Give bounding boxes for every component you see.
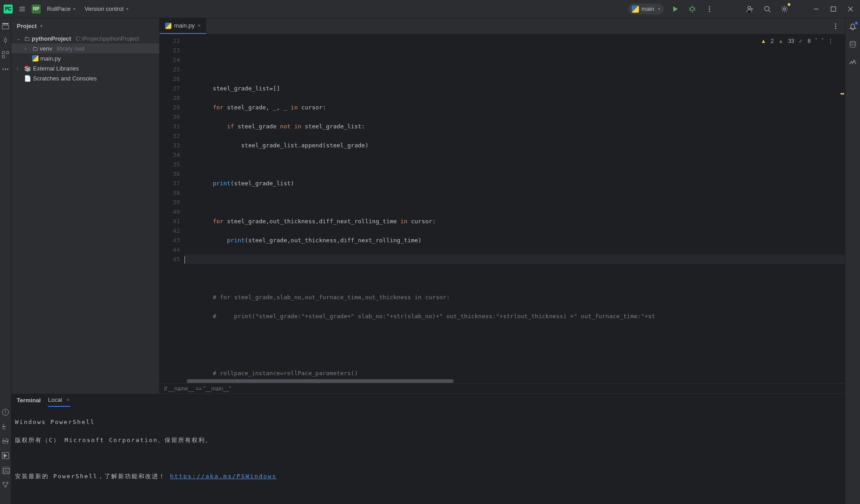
code-line xyxy=(184,65,845,74)
more-button[interactable] xyxy=(704,3,715,15)
tree-label: Scratches and Consoles xyxy=(33,75,97,82)
project-name: RollPace xyxy=(47,5,71,12)
notifications-icon[interactable] xyxy=(849,23,857,32)
svg-point-21 xyxy=(6,482,8,484)
vcs-dropdown[interactable]: Version control ▾ xyxy=(82,4,131,14)
database-icon[interactable] xyxy=(849,40,857,50)
project-tool-icon[interactable] xyxy=(1,22,9,30)
svg-rect-9 xyxy=(2,25,9,29)
code-line: # print("steel_grade:"+steel_grade+" sla… xyxy=(184,311,845,321)
run-button[interactable] xyxy=(669,3,681,15)
code-line: steel_grade_list=[] xyxy=(184,84,845,93)
chevron-down-icon: ▾ xyxy=(73,6,76,11)
python-icon xyxy=(165,23,171,29)
code-line: print(steel_grade_list) xyxy=(184,179,845,188)
close-button[interactable] xyxy=(845,3,856,15)
more-tool-icon[interactable] xyxy=(1,65,9,73)
project-dropdown[interactable]: RollPace ▾ xyxy=(44,4,78,14)
code-line xyxy=(184,330,845,340)
svg-rect-13 xyxy=(2,56,5,58)
code-with-me-button[interactable] xyxy=(744,3,756,15)
run-config-selector[interactable]: main ▾ xyxy=(628,4,664,14)
problems-tool-icon[interactable] xyxy=(1,408,9,416)
svg-point-15 xyxy=(5,69,6,70)
terminal-tool-icon[interactable] xyxy=(1,466,9,474)
tab-label: main.py xyxy=(174,22,195,29)
close-icon[interactable]: × xyxy=(66,396,70,403)
scrollbar-thumb[interactable] xyxy=(187,379,454,383)
project-header[interactable]: Project ▾ xyxy=(11,18,159,33)
terminal-line xyxy=(15,490,841,499)
tree-ext-libs[interactable]: › 📚 External Libraries xyxy=(11,63,159,73)
svg-point-22 xyxy=(5,485,6,487)
terminal-line: 安装最新的 PowerShell，了解新功能和改进！ https://aka.m… xyxy=(15,472,841,481)
sciview-icon[interactable] xyxy=(849,58,857,67)
stripe-mark[interactable] xyxy=(841,93,844,94)
svg-point-4 xyxy=(748,6,751,9)
debug-button[interactable] xyxy=(686,3,698,15)
tree-venv[interactable]: › 🗀 venv library root xyxy=(11,43,159,53)
tree-label: main.py xyxy=(40,55,61,62)
vcs-tool-icon[interactable] xyxy=(1,480,9,489)
error-stripe[interactable] xyxy=(840,34,845,379)
services-tool-icon[interactable] xyxy=(1,452,9,460)
left-tool-rail xyxy=(0,18,11,504)
svg-point-0 xyxy=(690,7,694,11)
svg-point-5 xyxy=(765,6,769,11)
editor-body[interactable]: ▲2 ▲33 ✓8 ˆ ˇ ⋮ 222324252627282930313233… xyxy=(160,34,845,379)
tree-root[interactable]: ⌄ 🗀 pythonProject C:\Project\pythonProje… xyxy=(11,33,159,43)
code-line xyxy=(184,160,845,169)
terminal-pane: Terminal Local × Windows PowerShell 版权所有… xyxy=(11,393,845,504)
code-line: steel_grade_list.append(steel_grade) xyxy=(184,141,845,150)
search-button[interactable] xyxy=(761,3,773,15)
terminal-body[interactable]: Windows PowerShell 版权所有（C） Microsoft Cor… xyxy=(11,407,845,504)
breadcrumb[interactable]: if __name__ == "__main__" xyxy=(160,383,845,393)
svg-rect-8 xyxy=(2,23,9,24)
svg-point-6 xyxy=(784,8,786,10)
horizontal-scrollbar[interactable] xyxy=(160,379,845,383)
editor-tab-main[interactable]: main.py × xyxy=(160,18,206,34)
settings-button[interactable] xyxy=(779,3,790,15)
right-tool-rail xyxy=(845,18,860,504)
breadcrumb-text: if __name__ == "__main__" xyxy=(164,386,231,392)
code-line xyxy=(184,349,845,359)
project-tree: ⌄ 🗀 pythonProject C:\Project\pythonProje… xyxy=(11,33,159,83)
svg-point-23 xyxy=(835,23,836,24)
titlebar-right: main ▾ xyxy=(628,3,856,15)
upper-row: Project ▾ ⌄ 🗀 pythonProject C:\Project\p… xyxy=(11,18,845,393)
tree-scratches[interactable]: 📄 Scratches and Consoles xyxy=(11,73,159,83)
tab-bar-actions xyxy=(830,18,845,34)
python-console-icon[interactable] xyxy=(1,437,9,445)
close-icon[interactable]: × xyxy=(198,22,201,29)
scratch-icon: 📄 xyxy=(24,75,31,82)
content-column: Project ▾ ⌄ 🗀 pythonProject C:\Project\p… xyxy=(11,18,845,504)
main-menu-button[interactable] xyxy=(16,3,28,15)
code-area[interactable]: steel_grade_list=[] for steel_grade, _, … xyxy=(184,34,845,379)
terminal-line: Windows PowerShell xyxy=(15,418,841,427)
line-gutter: 2223242526272829303132333435363738394041… xyxy=(160,34,184,379)
folder-icon: 🗀 xyxy=(32,45,38,52)
svg-point-3 xyxy=(709,10,710,12)
terminal-title[interactable]: Terminal xyxy=(17,394,41,406)
minimize-button[interactable] xyxy=(810,3,822,15)
main-layout: Project ▾ ⌄ 🗀 pythonProject C:\Project\p… xyxy=(0,18,860,504)
svg-point-24 xyxy=(835,25,836,27)
python-packages-icon[interactable] xyxy=(1,423,9,431)
structure-tool-icon[interactable] xyxy=(1,51,9,59)
terminal-link[interactable]: https://aka.ms/PSWindows xyxy=(170,473,277,480)
pycharm-icon: PC xyxy=(4,5,13,14)
tree-label: External Libraries xyxy=(33,65,79,72)
commit-tool-icon[interactable] xyxy=(1,36,9,44)
code-line xyxy=(184,198,845,207)
tab-more-button[interactable] xyxy=(830,20,841,32)
maximize-button[interactable] xyxy=(827,3,839,15)
code-line: if steel_grade not in steel_grade_list: xyxy=(184,122,845,131)
project-badge: RP xyxy=(32,5,41,14)
tree-hint: library root xyxy=(57,45,84,52)
python-icon xyxy=(32,55,38,61)
terminal-tab-local[interactable]: Local × xyxy=(48,394,70,407)
code-line: for steel_grade, _, _ in cursor: xyxy=(184,103,845,112)
tree-label: pythonProject xyxy=(32,35,71,42)
tree-file-main[interactable]: main.py xyxy=(11,53,159,63)
tree-path: C:\Project\pythonProject xyxy=(76,35,139,42)
